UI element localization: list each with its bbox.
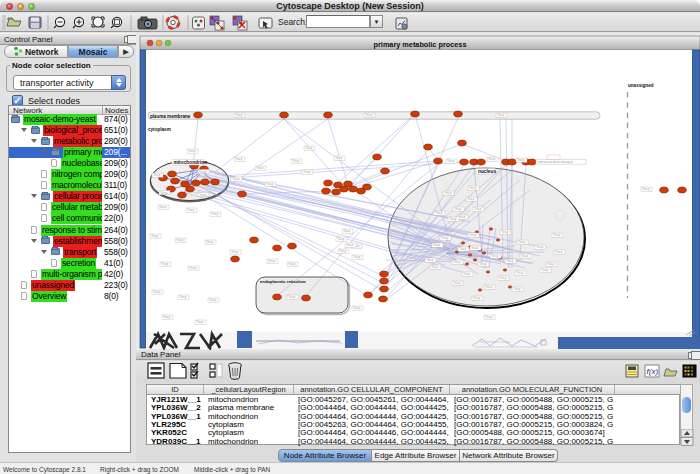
svg-text:Yxx-p: Yxx-p — [479, 262, 487, 266]
svg-text:Yxx-p: Yxx-p — [491, 254, 499, 258]
svg-text:Yxx-p: Yxx-p — [488, 157, 496, 161]
svg-text:Yxx-p: Yxx-p — [467, 197, 475, 201]
svg-text:Yxx-p: Yxx-p — [473, 296, 481, 300]
svg-text:endoplasmic reticulum: endoplasmic reticulum — [260, 279, 306, 284]
svg-text:Yxx-p: Yxx-p — [153, 290, 161, 294]
svg-text:Yxx-p: Yxx-p — [536, 245, 544, 249]
svg-text:Yxx-p: Yxx-p — [151, 234, 159, 238]
svg-text:Yxx-p: Yxx-p — [153, 173, 161, 177]
svg-text:Yxx-p: Yxx-p — [268, 259, 276, 263]
svg-text:Yxx-p: Yxx-p — [485, 285, 493, 289]
svg-text:Yxx-p: Yxx-p — [187, 208, 195, 212]
svg-text:Yxx-p: Yxx-p — [292, 159, 300, 163]
svg-text:Yxx-p: Yxx-p — [288, 262, 296, 266]
svg-text:Yxx-p: Yxx-p — [516, 271, 524, 275]
svg-text:Yxx-p: Yxx-p — [541, 268, 549, 272]
svg-text:cytoplasm: cytoplasm — [148, 127, 171, 132]
svg-text:Yxx-p: Yxx-p — [474, 207, 482, 211]
svg-text:Yxx-p: Yxx-p — [161, 262, 169, 266]
svg-text:f(x): f(x) — [647, 367, 659, 376]
svg-text:Yxx-p: Yxx-p — [441, 236, 449, 240]
svg-text:Yxx-p: Yxx-p — [211, 212, 219, 216]
svg-text:Yxx-p: Yxx-p — [163, 315, 171, 319]
svg-text:Yxx-p: Yxx-p — [506, 259, 514, 263]
svg-text:Yxx-p: Yxx-p — [431, 265, 439, 269]
svg-text:Yxx-p: Yxx-p — [266, 182, 274, 186]
svg-text:Yxx-p: Yxx-p — [521, 254, 529, 258]
svg-text:Yxx-p: Yxx-p — [642, 187, 650, 191]
svg-text:Yxx-p: Yxx-p — [231, 250, 239, 254]
svg-text:Yxx-p: Yxx-p — [471, 246, 479, 250]
svg-text:Yxx-p: Yxx-p — [176, 238, 184, 242]
svg-text:Yxx-p: Yxx-p — [303, 170, 311, 174]
svg-text:Yxx-p: Yxx-p — [499, 276, 507, 280]
svg-text:Yxx-p: Yxx-p — [518, 240, 526, 244]
svg-text:Yxx-p: Yxx-p — [433, 243, 441, 247]
svg-text:Yxx-p: Yxx-p — [485, 315, 493, 319]
svg-text:Yxx-p: Yxx-p — [335, 156, 343, 160]
svg-text:Yxx-p: Yxx-p — [435, 211, 443, 215]
svg-text:Yxx-p: Yxx-p — [179, 295, 187, 299]
svg-text:Yxx-p: Yxx-p — [513, 287, 521, 291]
svg-text:Yxx-p: Yxx-p — [517, 158, 525, 162]
svg-text:Yxx-p: Yxx-p — [305, 146, 313, 150]
svg-text:mitochondrion: mitochondrion — [174, 160, 208, 165]
svg-text:Yxx-p: Yxx-p — [553, 233, 561, 237]
svg-text:Yxx-p: Yxx-p — [235, 113, 243, 117]
svg-text:plasma membrane: plasma membrane — [150, 114, 191, 119]
svg-text:Yxx-p: Yxx-p — [288, 295, 296, 299]
svg-text:Yxx-p: Yxx-p — [346, 243, 354, 247]
svg-text:Yxx-p: Yxx-p — [547, 262, 555, 266]
svg-text:Yxx-p: Yxx-p — [353, 255, 361, 259]
svg-text:Yxx-p: Yxx-p — [497, 113, 505, 117]
svg-text:Yxx-p: Yxx-p — [160, 191, 168, 195]
svg-text:Yxx-p: Yxx-p — [453, 281, 461, 285]
svg-text:Yxx-p: Yxx-p — [459, 247, 467, 251]
svg-text:Yxx-p: Yxx-p — [343, 229, 351, 233]
svg-text:Yxx-p: Yxx-p — [199, 193, 207, 197]
svg-text:Yxx-p: Yxx-p — [188, 149, 196, 153]
svg-text:xxm-xa xxv-xd xxr-xb xxq-xc: xxm-xa xxv-xd xxr-xb xxq-xc — [538, 160, 574, 164]
svg-text:Yxx-p: Yxx-p — [206, 240, 214, 244]
svg-text:Yxx-p: Yxx-p — [159, 205, 167, 209]
svg-text:Yxx-p: Yxx-p — [199, 170, 207, 174]
svg-text:Yxx-p: Yxx-p — [469, 186, 477, 190]
svg-text:Yxx-p: Yxx-p — [555, 250, 563, 254]
svg-text:Yxx-p: Yxx-p — [235, 157, 243, 161]
svg-text:Yxx-p: Yxx-p — [256, 166, 264, 170]
svg-text:Yxx-p: Yxx-p — [458, 215, 466, 219]
svg-text:Yxx-p: Yxx-p — [454, 207, 462, 211]
svg-text:Yxx-p: Yxx-p — [339, 249, 347, 253]
svg-text:Yxx-p: Yxx-p — [444, 191, 452, 195]
svg-text:Yxx-p: Yxx-p — [337, 237, 345, 241]
svg-text:Yxx-p: Yxx-p — [209, 298, 217, 302]
svg-text:nucleus: nucleus — [478, 169, 496, 174]
svg-text:Yxx-p: Yxx-p — [196, 320, 204, 324]
svg-text:unassigned: unassigned — [628, 83, 654, 88]
svg-text:Yxx-p: Yxx-p — [463, 272, 471, 276]
svg-text:Yxx-p: Yxx-p — [449, 217, 457, 221]
svg-text:Yxx-p: Yxx-p — [469, 233, 477, 237]
svg-text:Yxx-p: Yxx-p — [353, 306, 361, 310]
svg-text:Yxx-p: Yxx-p — [447, 159, 455, 163]
svg-text:Yxx-p: Yxx-p — [453, 260, 461, 264]
svg-text:Yxx-p: Yxx-p — [501, 230, 509, 234]
svg-text:Yxx-p: Yxx-p — [232, 177, 240, 181]
svg-text:Yxx-p: Yxx-p — [426, 258, 434, 262]
svg-text:Yxx-p: Yxx-p — [365, 113, 373, 117]
svg-text:primary metabolic process: primary metabolic process — [374, 40, 467, 49]
svg-text:Yxx-p: Yxx-p — [189, 266, 197, 270]
